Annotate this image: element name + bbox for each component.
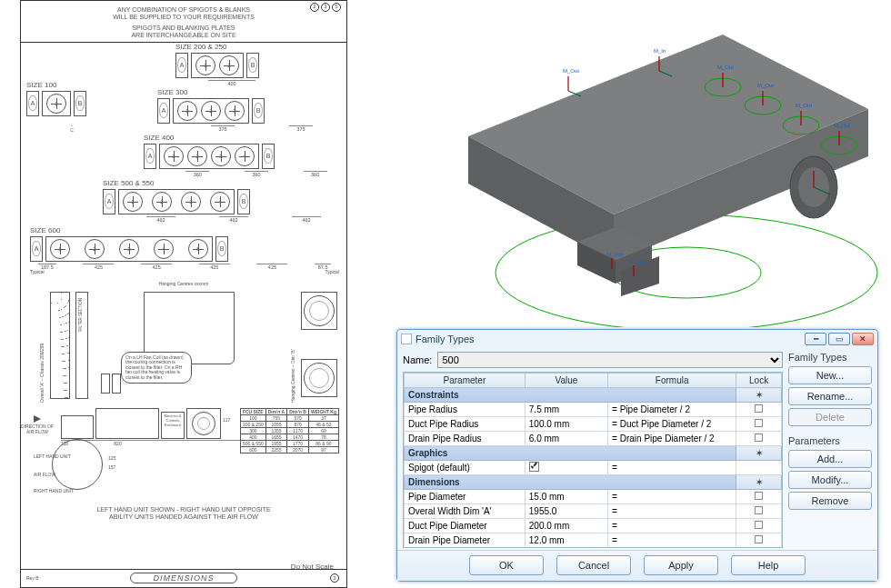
delete-type-button[interactable]: Delete — [788, 408, 872, 426]
port: 2 — [219, 55, 239, 75]
spec-th-size: FCU SIZE — [240, 408, 265, 414]
dialog-title-text: Family Types — [415, 334, 475, 344]
cell: 1770 — [287, 440, 309, 446]
param-lock[interactable] — [736, 403, 782, 417]
param-name[interactable]: Duct Pipe Radius — [405, 417, 526, 432]
modify-parameter-button[interactable]: Modify... — [788, 471, 872, 489]
remove-parameter-button[interactable]: Remove — [788, 492, 872, 510]
param-row[interactable]: Duct Pipe Radius 100.0 mm = Duct Pipe Di… — [405, 417, 782, 432]
category-collapse-button[interactable]: ✶ — [736, 388, 782, 403]
param-formula[interactable]: = — [608, 461, 736, 475]
dialog-title-icon — [401, 334, 412, 344]
cell: 2255 — [265, 446, 287, 453]
cell: 570 — [287, 414, 309, 421]
param-name[interactable]: Pipe Radius — [405, 403, 526, 417]
param-formula[interactable]: = — [608, 504, 736, 519]
endcap-a: A — [26, 91, 39, 116]
param-row[interactable]: Duct Pipe Diameter 200.0 mm = — [405, 519, 782, 533]
param-value[interactable]: 100.0 mm — [525, 417, 607, 432]
param-name[interactable]: Drain Pipe Radius — [405, 432, 526, 446]
category-collapse-button[interactable]: ✶ — [736, 446, 782, 461]
rename-type-button[interactable]: Rename... — [788, 387, 872, 405]
col-parameter[interactable]: Parameter — [405, 374, 526, 388]
cell: 300 — [240, 427, 265, 434]
dotted-panel — [50, 292, 70, 399]
type-name-select[interactable]: 500 — [437, 352, 783, 368]
param-lock[interactable] — [736, 533, 782, 548]
cell: 60 — [308, 427, 338, 434]
param-formula[interactable]: = Drain Pipe Diameter / 2 — [608, 432, 736, 446]
col-lock[interactable]: Lock — [736, 374, 782, 388]
ok-button[interactable]: OK — [469, 555, 544, 575]
param-row[interactable]: Overal Width Dim 'A' 1955.0 = — [405, 504, 782, 519]
category-collapse-button[interactable]: ✶ — [736, 548, 782, 549]
cell: 500 & 550 — [240, 440, 265, 446]
port: 4 — [154, 239, 174, 259]
connector-tag: M_Out — [717, 65, 734, 70]
param-row[interactable]: Drain Pipe Diameter 12.0 mm = — [405, 533, 782, 548]
pageball-3: 3 — [321, 3, 330, 12]
param-lock[interactable] — [736, 504, 782, 519]
param-value[interactable]: 12.0 mm — [525, 533, 607, 548]
apply-button[interactable]: Apply — [644, 555, 718, 575]
param-name[interactable]: Pipe Diameter — [405, 490, 526, 504]
port-1: 1 — [46, 94, 66, 114]
col-value[interactable]: Value — [525, 374, 607, 388]
category-row-constraints[interactable]: Constraints ✶ — [405, 388, 782, 403]
model-3d-viewport[interactable]: M_Out M_In M_Out M_Out M_Out M_Out M_Out… — [386, 0, 891, 327]
param-lock[interactable] — [736, 490, 782, 504]
param-value[interactable]: 1955.0 — [525, 504, 607, 519]
param-value[interactable]: 7.5 mm — [525, 403, 607, 417]
cancel-button[interactable]: Cancel — [556, 555, 631, 575]
unit-row-100: A 1 B — [26, 91, 117, 116]
param-formula[interactable]: = — [608, 490, 736, 504]
cell: 100 — [240, 414, 265, 421]
window-maximize-button[interactable]: ▭ — [828, 333, 850, 345]
endcap-a: A — [157, 98, 170, 124]
filter-section: FILTER SECTION — [75, 292, 88, 399]
hanging-centres-label: Hanging Centres xxxmm — [21, 281, 346, 286]
add-parameter-button[interactable]: Add... — [788, 450, 872, 468]
port: 1 — [123, 192, 143, 212]
endcap-b: B — [215, 236, 228, 262]
param-formula[interactable]: = Duct Pipe Diameter / 2 — [608, 417, 736, 432]
param-value[interactable]: 200.0 mm — [525, 519, 607, 533]
window-minimize-button[interactable]: ━ — [805, 333, 826, 345]
checkbox-icon[interactable] — [529, 462, 539, 472]
dim: 425 — [256, 264, 287, 270]
typical-label: Typical — [325, 269, 339, 274]
param-row[interactable]: Pipe Radius 7.5 mm = Pipe Diameter / 2 — [405, 403, 782, 417]
param-name[interactable]: Drain Pipe Diameter — [405, 533, 526, 548]
category-row-identity[interactable]: Identity Data ✶ — [405, 548, 782, 549]
cell: 86 & 90 — [308, 440, 338, 446]
param-lock[interactable] — [736, 519, 782, 533]
footer-note-1: LEFT HAND UNIT SHOWN - RIGHT HAND UNIT O… — [21, 506, 346, 513]
param-lock[interactable] — [736, 417, 782, 432]
param-formula[interactable]: = — [608, 533, 736, 548]
cell: 78 — [308, 434, 338, 440]
param-row[interactable]: Drain Pipe Radius 6.0 mm = Drain Pipe Di… — [405, 432, 782, 446]
param-value[interactable]: 15.0 mm — [525, 490, 607, 504]
size-label-100: SIZE 100 — [26, 81, 117, 89]
window-close-button[interactable]: ✕ — [852, 333, 874, 345]
help-button[interactable]: Help — [731, 555, 806, 575]
param-row[interactable]: Spigot (default) = — [405, 461, 782, 475]
parameter-grid[interactable]: Parameter Value Formula Lock Constraints… — [403, 372, 783, 548]
category-collapse-button[interactable]: ✶ — [736, 475, 782, 490]
param-name[interactable]: Overal Width Dim 'A' — [405, 504, 526, 519]
connector-tag: M_Out — [834, 123, 850, 128]
param-name[interactable]: Duct Pipe Diameter — [405, 519, 526, 533]
parameters-group-label: Parameters — [788, 435, 872, 446]
param-formula[interactable]: = Pipe Diameter / 2 — [608, 403, 736, 417]
category-row-dimensions[interactable]: Dimensions ✶ — [405, 475, 782, 490]
param-lock[interactable] — [736, 432, 782, 446]
new-type-button[interactable]: New... — [788, 366, 872, 384]
param-value[interactable]: 6.0 mm — [525, 432, 607, 446]
param-name[interactable]: Spigot (default) — [405, 461, 526, 475]
param-row[interactable]: Pipe Diameter 15.0 mm = — [405, 490, 782, 504]
param-value-checkbox[interactable] — [525, 461, 607, 475]
param-formula[interactable]: = — [608, 519, 736, 533]
dialog-titlebar[interactable]: Family Types ━ ▭ ✕ — [397, 330, 877, 348]
category-row-graphics[interactable]: Graphics ✶ — [405, 446, 782, 461]
col-formula[interactable]: Formula — [608, 374, 736, 388]
